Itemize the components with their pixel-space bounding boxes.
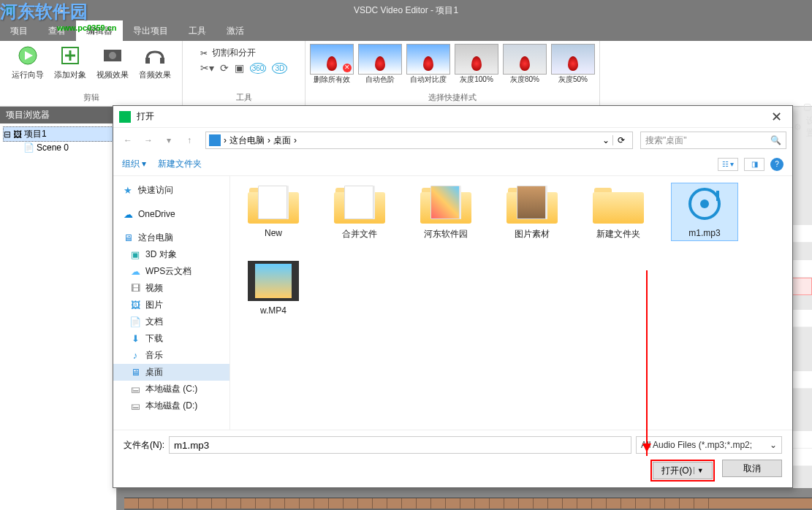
ribbon-group-styles: 选择快捷样式 [428,91,477,103]
side-quick-access[interactable]: ★快速访问 [113,182,229,199]
open-button[interactable]: 打开(O)▼ [653,462,713,479]
style-gray-80[interactable]: 灰度80% [503,44,547,85]
cut-split-button[interactable]: 切割和分开 [212,47,256,59]
timeline[interactable] [124,488,812,510]
path-pc[interactable]: 这台电脑 [229,134,265,147]
audio-file-icon [679,183,730,224]
side-onedrive[interactable]: ☁OneDrive [113,206,229,222]
file-merge[interactable]: 合并文件 [327,183,392,240]
music-icon: ♪ [129,350,141,362]
project-browser: 项目浏览器 ⊟ 🖼 项目1 📄 Scene 0 [0,107,117,510]
minimize-icon[interactable]: ─ [794,100,800,113]
file-w-mp4[interactable]: w.MP4 [240,261,306,316]
circ360-icon[interactable]: 360 [250,63,267,74]
open-dialog: 打开 ✕ ← → ▾ ↑ › 这台电脑 › 桌面 › ⌄ ⟳ 搜索"桌面" 🔍 … [113,105,793,488]
cancel-button[interactable]: 取消 [722,460,782,477]
menu-tabs: 项目 查看 编辑器 导出项目 工具 激活 ⚙ 设置 [0,20,812,41]
side-disk-c[interactable]: 🖴本地磁盘 (C:) [113,381,229,397]
view-mode-button[interactable]: ☷ ▾ [718,158,738,171]
style-auto-contrast[interactable]: 自动对比度 [406,44,450,85]
watermark-url: www.pc0359.cn [57,23,117,32]
new-folder-button[interactable]: 新建文件夹 [158,158,202,170]
style-gray-50[interactable]: 灰度50% [551,44,595,85]
side-this-pc[interactable]: 🖥这台电脑 [113,229,229,246]
help-button[interactable]: ? [770,158,783,171]
wps-cloud-icon: ☁ [129,266,141,278]
file-new[interactable]: New [240,183,306,240]
scissors-icon[interactable]: ✂ [200,48,208,58]
qat-redo-icon[interactable]: ↷ [37,3,51,18]
disk-icon: 🖴 [129,384,141,395]
app-title: VSDC Video Editor - 项目1 [354,4,458,17]
maximize-icon[interactable]: ▢ [803,100,811,113]
refresh-icon[interactable]: ⟳ [612,135,629,145]
style-gray-100[interactable]: 灰度100% [455,44,498,85]
project-icon: 🖼 [13,129,22,140]
preview-pane-button[interactable]: ◨ [744,158,764,171]
tree-toggle-icon[interactable]: ⊟ [4,129,11,140]
run-wizard-button[interactable]: 运行向导 [8,44,48,80]
folder-icon [420,183,471,224]
video-effects-button[interactable]: 视频效果 [93,44,132,80]
file-newfolder[interactable]: 新建文件夹 [585,183,651,240]
folder-icon [506,183,558,224]
style-auto-levels[interactable]: 自动色阶 [358,44,402,85]
audio-effects-button[interactable]: 音频效果 [135,44,175,80]
side-videos[interactable]: 🎞视频 [113,280,229,297]
path-box[interactable]: › 这台电脑 › 桌面 › ⌄ ⟳ [205,132,633,149]
file-hedong[interactable]: 河东软件园 [413,183,479,240]
style-remove-all[interactable]: ✕删除所有效 [310,44,354,85]
star-icon: ★ [122,185,134,197]
path-dropdown-icon[interactable]: ⌄ [602,135,610,145]
nav-back-icon[interactable]: ← [119,132,137,149]
dialog-close-button[interactable]: ✕ [767,109,786,125]
qat-dropdown-icon[interactable]: ▾ [70,3,85,18]
circ3d-icon[interactable]: 3D [272,63,287,74]
svg-rect-9 [716,191,719,201]
side-music[interactable]: ♪音乐 [113,347,229,364]
side-downloads[interactable]: ⬇下载 [113,330,229,347]
file-pictures[interactable]: 图片素材 [499,183,565,240]
search-placeholder: 搜索"桌面" [645,134,687,147]
crop-icon[interactable]: ▣ [235,62,244,74]
rotate-icon[interactable]: ⟳ [220,62,229,74]
qat-undo-icon[interactable]: ↶ [20,3,34,18]
dialog-sidebar: ★快速访问 ☁OneDrive 🖥这台电脑 ▣3D 对象 ☁WPS云文档 🎞视频… [113,176,230,430]
file-m1-mp3[interactable]: m1.mp3 [672,183,737,240]
scene-icon: 📄 [23,142,34,153]
timeline-track[interactable] [124,498,812,509]
side-3d-objects[interactable]: ▣3D 对象 [113,246,229,263]
project-browser-header: 项目浏览器 [0,107,116,123]
filename-input[interactable] [169,436,631,454]
cloud-icon: ☁ [122,208,134,220]
ribbon-group-clip: 剪辑 [83,91,99,103]
project-root[interactable]: ⊟ 🖼 项目1 [3,126,113,142]
filetype-filter[interactable]: All Audio Files (*.mp3;*.mp2;⌄ [636,436,782,454]
cut-tool-icon[interactable]: ✂▾ [200,62,214,74]
side-desktop[interactable]: 🖥桌面 [113,364,229,381]
tab-export[interactable]: 导出项目 [123,20,178,41]
tab-activate[interactable]: 激活 [216,20,254,41]
nav-up-icon[interactable]: ↑ [181,132,198,149]
side-pictures[interactable]: 🖼图片 [113,297,229,313]
organize-button[interactable]: 组织 ▾ [122,158,146,170]
search-box[interactable]: 搜索"桌面" 🔍 [640,132,786,149]
path-desktop[interactable]: 桌面 [273,134,291,147]
timeline-ruler[interactable] [124,488,812,498]
side-wps-cloud[interactable]: ☁WPS云文档 [113,263,229,280]
gear-icon[interactable]: ⚙ [794,122,802,132]
side-disk-d[interactable]: 🖴本地磁盘 (D:) [113,397,229,414]
disk-icon: 🖴 [129,400,141,412]
tab-project[interactable]: 项目 [0,20,38,41]
search-icon[interactable]: 🔍 [770,135,781,145]
side-documents[interactable]: 📄文档 [113,313,229,330]
project-scene[interactable]: 📄 Scene 0 [3,142,113,153]
chevron-down-icon: ⌄ [770,440,777,450]
nav-recent-icon[interactable]: ▾ [160,132,178,149]
qat-save-icon[interactable] [3,3,18,18]
nav-forward-icon[interactable]: → [140,132,157,149]
add-object-button[interactable]: 添加对象 [50,44,90,80]
qat-export-icon[interactable]: ▶ [53,3,68,18]
tab-tools[interactable]: 工具 [178,20,216,41]
dialog-title: 打开 [137,110,154,123]
